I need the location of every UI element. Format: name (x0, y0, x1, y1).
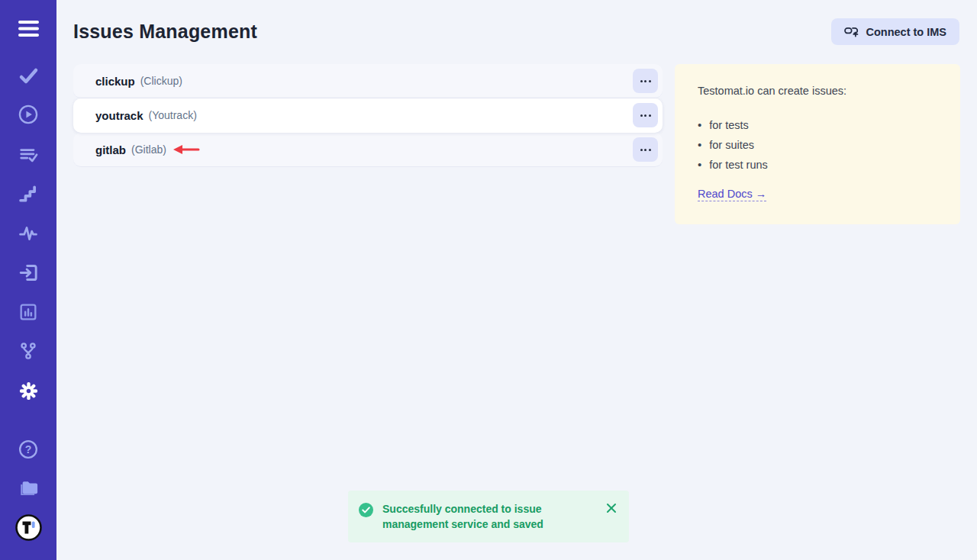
ims-type: (Clickup) (140, 75, 182, 87)
sidebar-item-milestones[interactable] (0, 184, 56, 207)
ims-row-menu-button[interactable] (633, 103, 658, 127)
page-header: Issues Management Connect to IMS (56, 0, 977, 45)
info-box-list: •for tests •for suites •for test runs (698, 115, 937, 175)
bar-chart-icon (18, 301, 39, 326)
ims-row-clickup[interactable]: clickup (Clickup) (73, 64, 663, 98)
read-docs-link[interactable]: Read Docs → (698, 188, 766, 201)
testomat-logo[interactable] (0, 513, 56, 542)
ims-row-menu-button[interactable] (633, 137, 658, 162)
list-check-icon (18, 144, 39, 169)
bullet-icon: • (698, 155, 701, 175)
ims-type: (Youtrack) (149, 109, 197, 121)
check-icon (18, 66, 39, 89)
info-box-item: •for tests (698, 115, 937, 135)
page-title: Issues Management (73, 21, 257, 43)
sidebar-item-activity[interactable] (0, 224, 56, 246)
connect-to-ims-label: Connect to IMS (866, 26, 946, 38)
info-box-title: Testomat.io can create issues: (698, 85, 937, 97)
ims-row-youtrack[interactable]: youtrack (Youtrack) (73, 98, 663, 133)
ims-name: clickup (95, 75, 135, 88)
folder-icon (18, 478, 40, 503)
svg-text:?: ? (25, 443, 32, 455)
ims-list: clickup (Clickup) youtrack (Youtrack) gi… (73, 64, 663, 167)
toast-message: Succesfully connected to issue managemen… (382, 501, 582, 532)
branch-icon (18, 340, 39, 365)
success-check-icon (359, 503, 373, 517)
sidebar-item-settings[interactable] (0, 381, 56, 404)
bullet-icon: • (698, 135, 701, 155)
close-icon[interactable] (606, 503, 617, 513)
main-content: Issues Management Connect to IMS clickup… (56, 0, 977, 560)
sidebar-item-import[interactable] (0, 262, 56, 285)
help-circle-icon: ? (18, 439, 39, 463)
bullet-icon: • (698, 115, 701, 135)
hamburger-menu-button[interactable] (0, 18, 56, 41)
ellipsis-icon (640, 114, 643, 117)
pulse-icon (18, 223, 39, 247)
ims-name: youtrack (95, 109, 143, 122)
sidebar-item-branches[interactable] (0, 341, 56, 364)
info-box-item: •for test runs (698, 155, 937, 175)
ellipsis-icon (640, 80, 643, 82)
sidebar: ? (0, 0, 56, 560)
hamburger-icon (18, 21, 39, 40)
steps-icon (18, 183, 39, 208)
gear-icon (18, 380, 40, 405)
import-icon (18, 262, 40, 287)
ims-name: gitlab (95, 143, 126, 156)
sidebar-item-help[interactable]: ? (0, 439, 56, 462)
sidebar-item-analytics[interactable] (0, 302, 56, 325)
ims-row-gitlab[interactable]: gitlab (Gitlab) (73, 133, 663, 167)
info-box: Testomat.io can create issues: •for test… (675, 64, 960, 224)
info-box-item: •for suites (698, 135, 937, 155)
success-toast: Succesfully connected to issue managemen… (348, 491, 629, 542)
link-plus-icon (844, 26, 859, 37)
red-left-arrow-annotation (173, 144, 200, 155)
sidebar-item-tests[interactable] (0, 66, 56, 89)
ellipsis-icon (640, 149, 643, 151)
play-circle-icon (18, 104, 39, 128)
connect-to-ims-button[interactable]: Connect to IMS (831, 18, 959, 45)
sidebar-item-projects[interactable] (0, 478, 56, 501)
sidebar-item-plans[interactable] (0, 145, 56, 168)
content-area: clickup (Clickup) youtrack (Youtrack) gi… (56, 64, 977, 224)
ims-row-menu-button[interactable] (633, 69, 658, 93)
ims-type: (Gitlab) (131, 143, 166, 156)
sidebar-item-runs[interactable] (0, 105, 56, 127)
